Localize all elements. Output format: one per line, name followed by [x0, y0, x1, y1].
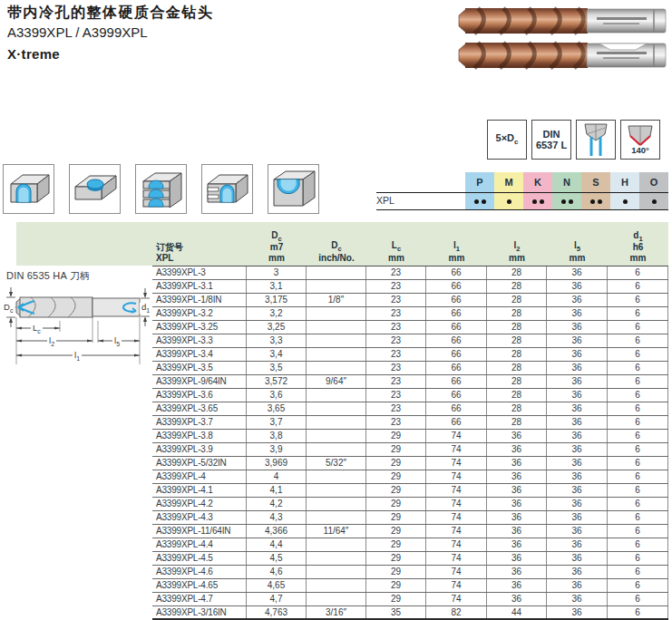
value-cell: 9/64″ [307, 375, 366, 388]
suitability-dot [474, 199, 479, 204]
header-cell: l1mm [426, 222, 487, 266]
value-cell: 3,25 [247, 321, 307, 334]
value-cell: 36 [547, 606, 608, 618]
table-header: 订货号XPLDcm7mmDcinch/No.Lcmml1mml2mml5mmd1… [152, 222, 668, 266]
value-cell: 29 [366, 566, 426, 578]
order-number-cell: A3399XPL-9/64IN [152, 375, 247, 388]
order-number-cell: A3399XPL-4.4 [152, 538, 247, 551]
value-cell: 6 [608, 538, 668, 551]
table-row: A3399XPL-44297436366 [152, 470, 668, 484]
value-cell: 36 [487, 430, 547, 442]
value-cell: 36 [547, 334, 608, 347]
table-row: A3399XPL-4.14,1297436366 [152, 484, 668, 498]
value-cell [307, 511, 366, 524]
value-cell [307, 416, 366, 429]
catalog-page: 带内冷孔的整体硬质合金钻头 A3399XPL / A3999XPL X·trem… [0, 0, 672, 620]
value-cell [307, 321, 366, 334]
value-cell: 3,8 [247, 430, 307, 442]
value-cell: 66 [426, 375, 487, 388]
value-cell: 36 [547, 266, 608, 279]
suitability-dots [581, 192, 610, 210]
value-cell: 36 [547, 457, 608, 470]
value-cell: 28 [487, 280, 547, 293]
value-cell: 23 [366, 334, 426, 347]
value-cell: 23 [366, 375, 426, 388]
material-col-P: P [465, 172, 494, 210]
value-cell: 3,1 [247, 280, 307, 293]
value-cell: 36 [487, 484, 547, 497]
value-cell: 66 [426, 321, 487, 334]
value-cell [307, 348, 366, 361]
value-cell: 6 [608, 375, 668, 388]
value-cell: 6 [608, 321, 668, 334]
badge-5xdc: 5×Dc [487, 120, 527, 160]
table-row: A3399XPL-9/64IN3,5729/64″236628366 [152, 375, 668, 389]
table-row: A3399XPL-3/16IN4,7633/16″358244366 [152, 606, 668, 620]
material-divider-bottom [376, 209, 668, 210]
value-cell: 29 [366, 470, 426, 483]
suitability-dots [465, 192, 494, 210]
hole-icon-blind [69, 164, 121, 214]
blind-hole-icon [72, 169, 118, 209]
badge-din-line2: 6537 L [536, 140, 567, 150]
value-cell: 4,7 [247, 593, 307, 605]
suitability-dot [590, 199, 595, 204]
order-number-cell: A3399XPL-3 [152, 266, 247, 279]
value-cell: 6 [608, 389, 668, 402]
value-cell: 36 [547, 498, 608, 510]
header-line: mm [388, 253, 404, 264]
value-cell: 1/8″ [307, 294, 366, 306]
value-cell: 36 [547, 280, 608, 293]
value-cell: 29 [366, 593, 426, 605]
value-cell: 74 [426, 443, 487, 456]
value-cell: 6 [608, 566, 668, 578]
value-cell: 29 [366, 457, 426, 470]
value-cell: 6 [608, 443, 668, 456]
value-cell: 3,175 [247, 294, 307, 306]
order-number-cell: A3399XPL-3.4 [152, 348, 247, 361]
stacked-plates-icon [138, 169, 184, 209]
material-columns: PMKNSHO [465, 172, 668, 210]
table-row: A3399XPL-3.63,6236628366 [152, 389, 668, 402]
value-cell: 6 [608, 402, 668, 415]
value-cell: 6 [608, 307, 668, 320]
material-col-O: O [639, 172, 668, 210]
dim-label-d1: d1 [140, 303, 151, 314]
value-cell: 23 [366, 294, 426, 306]
drill-photo-image [456, 4, 668, 71]
value-cell: 36 [487, 552, 547, 565]
value-cell: 66 [426, 266, 487, 279]
value-cell [307, 334, 366, 347]
header-line: mm [268, 253, 285, 264]
order-number-cell: A3399XPL-3.3 [152, 334, 247, 347]
header-line: Lc [392, 240, 401, 253]
value-cell: 36 [547, 538, 608, 551]
header-line: h6 [633, 242, 644, 253]
value-cell: 28 [487, 307, 547, 320]
suitability-dot [540, 199, 544, 204]
order-number-cell: A3399XPL-4.1 [152, 484, 247, 497]
value-cell: 6 [608, 606, 668, 618]
dim-label-dc: Dc [2, 303, 15, 314]
value-cell: 6 [608, 498, 668, 510]
value-cell: 3/16″ [307, 606, 366, 618]
header-cell: Lcmm [366, 222, 426, 266]
suitability-dots [494, 192, 523, 210]
value-cell [307, 552, 366, 565]
value-cell: 29 [366, 538, 426, 551]
suitability-dot [561, 199, 566, 204]
material-row-label: XPL [376, 195, 394, 206]
value-cell: 36 [547, 294, 608, 306]
value-cell [307, 430, 366, 442]
table-row: A3399XPL-3.73,7236628366 [152, 416, 668, 430]
material-divider-top [376, 192, 668, 193]
table-row: A3399XPL-4.74,7297436366 [152, 593, 668, 606]
value-cell: 36 [547, 362, 608, 374]
value-cell: 36 [547, 375, 608, 388]
header-line: mm [570, 253, 586, 264]
page-title-block: 带内冷孔的整体硬质合金钻头 A3399XPL / A3999XPL X·trem… [7, 4, 214, 63]
brand-name: X·treme [7, 46, 214, 63]
value-cell: 28 [487, 321, 547, 334]
table-row: A3399XPL-1/8IN3,1751/8″236628366 [152, 294, 668, 307]
table-row: A3399XPL-3.53,5236628366 [152, 362, 668, 375]
